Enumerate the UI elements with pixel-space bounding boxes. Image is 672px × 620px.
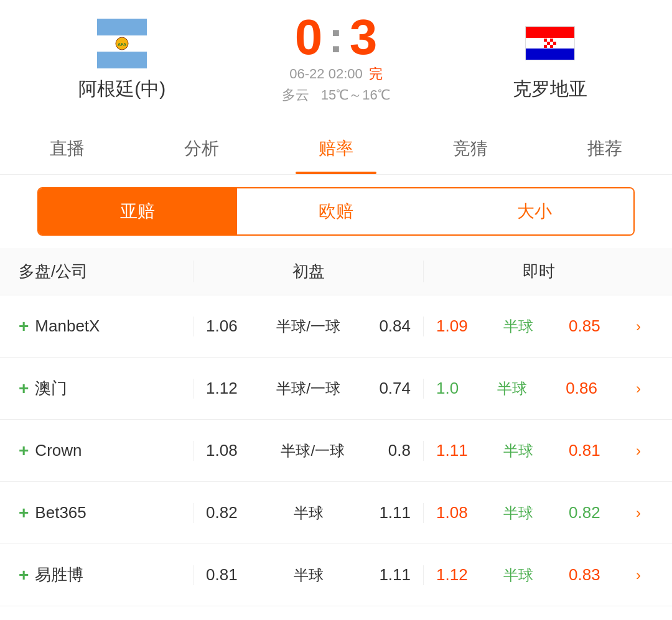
- live-v2-manbetx: 0.85: [569, 317, 600, 336]
- live-handicap-crown: 半球: [503, 441, 533, 461]
- odds-initial-macau: 1.12 半球/一球 0.74: [193, 379, 423, 399]
- svg-rect-0: [97, 19, 147, 35]
- weather: 多云: [282, 87, 309, 103]
- svg-rect-5: [544, 39, 547, 42]
- plus-icon[interactable]: +: [19, 503, 29, 523]
- table-row: + Bet365 0.82 半球 1.11 1.08 半球 0.82 ›: [0, 482, 672, 544]
- table-header: 多盘/公司 初盘 即时: [0, 248, 672, 295]
- live-v1-crown: 1.11: [436, 441, 468, 460]
- tab-analysis[interactable]: 分析: [134, 123, 269, 174]
- svg-rect-12: [553, 42, 556, 45]
- svg-rect-8: [553, 39, 556, 42]
- header-initial: 初盘: [193, 261, 423, 282]
- odds-initial-crown: 1.08 半球/一球 0.8: [193, 441, 423, 461]
- team-home-name: 阿根廷(中): [78, 76, 166, 102]
- initial-v2-yishengbo: 1.11: [379, 565, 411, 585]
- company-name-macau: 澳门: [35, 377, 67, 399]
- svg-text:AFA: AFA: [118, 42, 126, 47]
- score-section: 0 : 3 06-22 02:00 完 多云 15℃～16℃: [220, 12, 453, 104]
- arrow-icon-bet365[interactable]: ›: [636, 504, 641, 522]
- initial-v1-manbetx: 1.06: [206, 317, 238, 336]
- score-colon: :: [329, 16, 343, 59]
- tab-odds[interactable]: 赔率: [269, 123, 403, 174]
- live-v2-macau: 0.86: [566, 379, 597, 398]
- svg-rect-6: [547, 39, 550, 42]
- sub-tab-size[interactable]: 大小: [435, 188, 633, 234]
- plus-icon[interactable]: +: [19, 317, 29, 336]
- croatia-flag-icon: [525, 26, 575, 60]
- plus-icon[interactable]: +: [19, 565, 29, 585]
- live-v1-macau: 1.0: [436, 379, 459, 398]
- table-row: + 澳门 1.12 半球/一球 0.74 1.0 半球 0.86 ›: [0, 358, 672, 420]
- croatia-checkerboard-icon: [544, 39, 556, 48]
- sub-tab-asian[interactable]: 亚赔: [39, 188, 237, 234]
- initial-handicap-crown: 半球/一球: [281, 441, 345, 461]
- arrow-icon-manbetx[interactable]: ›: [636, 318, 641, 335]
- company-cell-bet365: + Bet365: [19, 503, 193, 523]
- svg-rect-2: [97, 52, 147, 68]
- arrow-icon-crown[interactable]: ›: [636, 442, 641, 460]
- arrow-icon-yishengbo[interactable]: ›: [636, 567, 641, 584]
- svg-rect-9: [544, 42, 547, 45]
- initial-v1-yishengbo: 0.81: [206, 565, 238, 585]
- initial-v2-crown: 0.8: [388, 441, 411, 460]
- tab-guess[interactable]: 竞猜: [403, 123, 538, 174]
- live-v2-bet365: 0.82: [569, 503, 600, 522]
- live-v1-bet365: 1.08: [436, 503, 468, 522]
- match-header: AFA 阿根廷(中) 0 : 3 06-22 02:00 完 多云 15℃～16…: [0, 0, 672, 111]
- live-handicap-bet365: 半球: [503, 503, 533, 523]
- odds-initial-manbetx: 1.06 半球/一球 0.84: [193, 317, 423, 336]
- match-date: 06-22 02:00: [289, 66, 362, 82]
- live-v2-yishengbo: 0.83: [569, 565, 600, 585]
- teams-row: AFA 阿根廷(中) 0 : 3 06-22 02:00 完 多云 15℃～16…: [0, 12, 672, 104]
- odds-live-manbetx: 1.09 半球 0.85 ›: [423, 317, 653, 336]
- odds-live-macau: 1.0 半球 0.86 ›: [423, 379, 653, 399]
- svg-rect-16: [553, 45, 556, 48]
- odds-live-crown: 1.11 半球 0.81 ›: [423, 441, 653, 461]
- company-cell-manbetx: + ManbetX: [19, 317, 193, 336]
- weather-info: 多云 15℃～16℃: [282, 86, 390, 104]
- svg-rect-7: [550, 39, 553, 42]
- initial-handicap-manbetx: 半球/一球: [276, 317, 340, 336]
- company-name-bet365: Bet365: [35, 503, 86, 522]
- live-handicap-yishengbo: 半球: [503, 565, 533, 585]
- company-cell-crown: + Crown: [19, 441, 193, 461]
- plus-icon[interactable]: +: [19, 441, 29, 461]
- odds-live-bet365: 1.08 半球 0.82 ›: [423, 503, 653, 523]
- svg-rect-15: [550, 45, 553, 48]
- score-away: 3: [350, 12, 378, 62]
- initial-v1-macau: 1.12: [206, 379, 238, 398]
- header-company: 多盘/公司: [19, 261, 193, 282]
- score-display: 0 : 3: [295, 12, 377, 62]
- plus-icon[interactable]: +: [19, 379, 29, 399]
- initial-v1-bet365: 0.82: [206, 503, 238, 522]
- tab-live[interactable]: 直播: [0, 123, 134, 174]
- svg-rect-10: [547, 42, 550, 45]
- team-home-logo: AFA: [94, 16, 150, 72]
- table-row: + Crown 1.08 半球/一球 0.8 1.11 半球 0.81 ›: [0, 420, 672, 482]
- initial-v2-manbetx: 0.84: [379, 317, 411, 336]
- team-away-name: 克罗地亚: [513, 76, 587, 102]
- company-name-yishengbo: 易胜博: [35, 564, 83, 586]
- match-status: 完: [369, 65, 383, 83]
- sub-tab-european[interactable]: 欧赔: [237, 188, 436, 234]
- odds-live-yishengbo: 1.12 半球 0.83 ›: [423, 565, 653, 585]
- initial-v1-crown: 1.08: [206, 441, 238, 460]
- svg-rect-13: [544, 45, 547, 48]
- tab-recommend[interactable]: 推荐: [538, 123, 672, 174]
- live-v1-yishengbo: 1.12: [436, 565, 468, 585]
- odds-initial-bet365: 0.82 半球 1.11: [193, 503, 423, 523]
- temperature: 15℃～16℃: [321, 87, 390, 103]
- live-handicap-manbetx: 半球: [503, 317, 533, 336]
- live-handicap-macau: 半球: [497, 379, 527, 399]
- odds-table: 多盘/公司 初盘 即时 + ManbetX 1.06 半球/一球 0.84 1.…: [0, 248, 672, 606]
- company-name-manbetx: ManbetX: [35, 317, 100, 336]
- arrow-icon-macau[interactable]: ›: [636, 380, 641, 397]
- table-row: + ManbetX 1.06 半球/一球 0.84 1.09 半球 0.85 ›: [0, 295, 672, 358]
- match-info: 06-22 02:00 完: [289, 65, 382, 83]
- initial-v2-bet365: 1.11: [379, 503, 411, 522]
- header-live: 即时: [423, 261, 653, 282]
- score-home: 0: [295, 12, 323, 62]
- initial-v2-macau: 0.74: [379, 379, 411, 398]
- team-home: AFA 阿根廷(中): [25, 16, 220, 102]
